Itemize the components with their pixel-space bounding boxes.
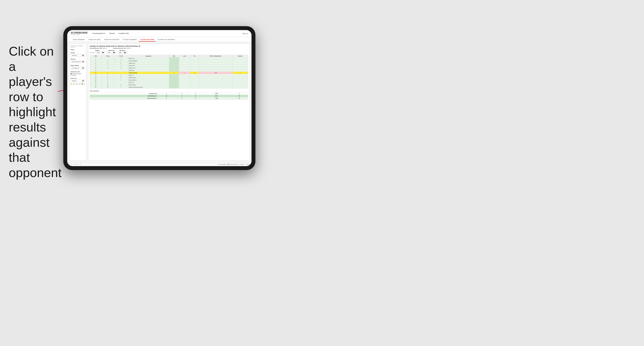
ood-row-ncaa2[interactable]: NCAA Division 2 5 0 0 7.400 10	[90, 97, 248, 100]
save-custom-btn[interactable]: 💾 Save Custom View	[228, 164, 238, 165]
data-records: Overall Record: 353 - 34 - 6 Division Re…	[90, 47, 248, 49]
dot-down	[70, 83, 72, 85]
table-row[interactable]: 9 1 4 Sharon Mun	[90, 65, 248, 67]
conference-filter-select[interactable]: (All)	[107, 51, 116, 54]
col-tie: Tie	[190, 55, 199, 57]
cell-opponent: Federica Domecq Lacroze	[128, 86, 169, 89]
cell-win: 0	[169, 72, 179, 74]
colour-by-label: Colour by	[70, 78, 85, 79]
tab-team-h2h-heatmap[interactable]: TEAM H2H HEATMAP	[102, 38, 121, 42]
table-row[interactable]: 16 9 1 Jessica Mason	[90, 79, 248, 81]
cell-loss	[179, 74, 190, 77]
sign-out-button[interactable]: Sign out	[242, 33, 248, 34]
ood-row-naia1[interactable]: NAIA Division 1 15 0 0 9.267 30	[90, 95, 248, 97]
conference-filter-label: Conference	[107, 50, 116, 51]
table-row[interactable]: 5 2 2 Alexis Sudijanto	[90, 60, 248, 62]
cell-win	[169, 57, 179, 60]
nav-committee[interactable]: COMMITTEE	[118, 32, 129, 35]
share-btn[interactable]: ↗ Share	[246, 164, 250, 165]
ood-diff-naia1: 9.267	[202, 95, 230, 97]
copy-btn[interactable]: ⧉	[76, 164, 76, 165]
opponent-filter: Opponent (All)	[118, 50, 127, 54]
cell-loss	[179, 62, 190, 65]
gender-label: Gender	[70, 52, 85, 53]
col-loss: Loss	[179, 55, 190, 57]
dot-down-label: Down	[72, 83, 75, 85]
cell-win	[169, 79, 179, 81]
ood-rounds-foreign: 2	[230, 92, 248, 95]
cell-win	[169, 69, 179, 72]
table-row[interactable]: 12 Heeji Hyun	[90, 69, 248, 72]
cell-opponent: Stella Chang	[128, 77, 169, 79]
tab-player-h2h-heatmap[interactable]: PLAYER H2H HEATMAP	[156, 38, 176, 42]
cell-opponent: Emily Chang	[128, 84, 169, 86]
radio-top100[interactable]: Top 100	[70, 75, 85, 76]
overall-record-label: Overall Record:	[90, 47, 100, 49]
table-row[interactable]: 20 11 7 Federica Domecq Lacroze	[90, 86, 248, 89]
cell-diff	[199, 65, 232, 67]
nav-items: TOURNAMENTS TEAMS COMMITTEE	[92, 32, 242, 35]
tab-player-h2h-grid[interactable]: PLAYER H2H GRID	[138, 38, 156, 42]
tab-team-h2h-grid[interactable]: TEAM H2H GRID	[87, 38, 102, 42]
nav-teams[interactable]: TEAMS	[109, 32, 115, 35]
cell-div: 3	[90, 57, 102, 60]
ood-row-foreign[interactable]: Foreign Team 1 0 0 4.500 2	[90, 92, 248, 95]
player-rank-select[interactable]: 8. Katelyn Vo	[70, 67, 85, 69]
cell-reg	[102, 57, 114, 60]
radio-dot-top100	[70, 75, 72, 76]
view-original-btn[interactable]: 👁 View: Original	[218, 164, 226, 165]
cell-reg: 2	[102, 60, 114, 62]
filter-row: Region Opponents: (All) Conference (	[90, 50, 248, 54]
add-btn[interactable]: +	[78, 164, 78, 165]
cell-diff: -3.00	[199, 72, 232, 74]
colour-by-select[interactable]: Win/loss	[70, 80, 85, 82]
timer-icon: ⏱	[80, 164, 81, 165]
redo2-btn[interactable]: ↻	[73, 164, 74, 165]
player-section-label: Player	[70, 49, 85, 50]
tab-team-summary[interactable]: TEAM SUMMARY	[71, 38, 87, 42]
table-row[interactable]: 14 7 4 Eunice Yi	[90, 74, 248, 77]
cell-reg: 2	[102, 81, 114, 84]
table-row[interactable]: 15 8 5 Stella Chang	[90, 77, 248, 79]
cell-win	[169, 62, 179, 65]
undo-btn[interactable]: ↺	[69, 164, 70, 165]
watch-btn[interactable]: 👁 Watch	[240, 164, 244, 165]
cell-div: 15	[90, 77, 102, 79]
overall-record-value: 353 - 34 - 6	[100, 47, 106, 49]
timestamp: Last Updated: 27/03/2024 16:55:38	[70, 45, 85, 48]
ood-val2-foreign: 0	[175, 92, 189, 95]
col-diff: Diff Av Strokes/Rnd	[199, 55, 232, 57]
cell-div: 13	[90, 72, 102, 74]
color-legend: Down Level Up	[70, 83, 85, 85]
table-row[interactable]: 18 2 Euna Lee	[90, 81, 248, 84]
redo-btn[interactable]: ↻	[71, 164, 72, 165]
ood-label-ncaa2: NCAA Division 2	[90, 97, 158, 100]
radio-label-top100: Top 100	[72, 75, 76, 76]
table-row[interactable]: 3 1 Esther Lee	[90, 57, 248, 60]
opponents-filter-select[interactable]: (All)	[96, 51, 105, 54]
radio-opponents-played[interactable]: Opponents Played	[70, 73, 85, 74]
region-filter: Region Opponents: (All)	[90, 50, 105, 54]
cell-reg: 6	[102, 67, 114, 69]
nav-tournaments[interactable]: TOURNAMENTS	[92, 32, 106, 35]
annotation-container: Click on a player's row to highlight res…	[9, 44, 57, 180]
conference-filter: Conference (All)	[107, 50, 116, 54]
sub-nav: TEAM SUMMARY TEAM H2H GRID TEAM H2H HEAT…	[67, 37, 252, 42]
ood-rounds-naia1: 30	[230, 95, 248, 97]
cell-tie	[190, 79, 199, 81]
division-select[interactable]: NCAA Division III	[70, 60, 85, 63]
col-opponent: Opponent	[128, 55, 169, 57]
cell-div: 20	[90, 86, 102, 89]
table-row[interactable]: 6 1 3 Sydney Kuo	[90, 62, 248, 65]
out-of-division-section: Out of division Foreign Team 1 0 0 4.500…	[90, 90, 248, 100]
cell-loss	[179, 67, 190, 69]
tab-player-summary[interactable]: PLAYER SUMMARY	[121, 38, 139, 42]
table-row[interactable]: 19 10 6 Emily Chang	[90, 84, 248, 86]
cell-conf: 3	[114, 67, 128, 69]
table-row[interactable]: 10 6 3 Andrea York	[90, 67, 248, 69]
opponent-filter-select[interactable]: (All)	[118, 51, 127, 54]
cell-div: 16	[90, 79, 102, 81]
table-row-highlighted[interactable]: 13 1 Jessica Huang 0 1 0 -3.00 2	[90, 72, 248, 74]
cell-diff	[199, 69, 232, 72]
gender-select[interactable]: Women's	[70, 54, 85, 57]
